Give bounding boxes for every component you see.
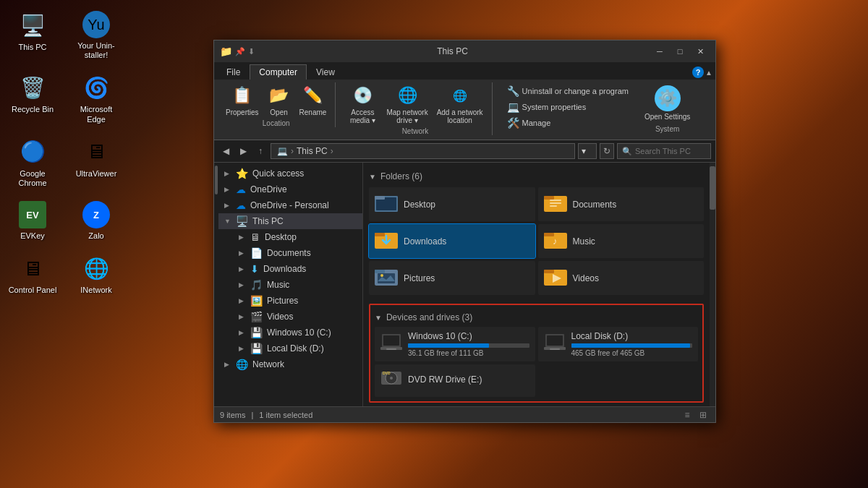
folder-downloads[interactable]: Downloads (369, 224, 535, 258)
downloads-arrow: ▶ (239, 265, 247, 273)
path-label: This PC (297, 146, 328, 156)
pictures-sidebar-label: Pictures (267, 296, 298, 306)
refresh-button[interactable]: ↻ (600, 143, 614, 159)
sidebar-item-desktop[interactable]: ▶ 🖥 Desktop (218, 229, 362, 245)
folder-desktop[interactable]: Desktop (369, 187, 535, 221)
windows-c-info: Windows 10 (C:) 36.1 GB free of 111 GB (408, 331, 529, 357)
sidebar-item-music[interactable]: ▶ 🎵 Music (218, 277, 362, 293)
svg-rect-24 (386, 348, 396, 350)
address-path[interactable]: 💻 › This PC › (271, 143, 575, 159)
details-view-button[interactable]: ≡ (681, 409, 694, 421)
sidebar-container: ▶ ⭐ Quick access ▶ ☁ OneDrive ▶ ☁ OneDri… (214, 163, 363, 406)
sidebar-item-documents[interactable]: ▶ 📄 Documents (218, 245, 362, 261)
tab-file[interactable]: File (217, 64, 250, 80)
svg-rect-10 (375, 233, 385, 236)
ribbon-content: 📋 Properties 📂 Open ✏️ Rename Location 💿 (214, 80, 715, 140)
windows-c-free: 36.1 GB free of 111 GB (408, 349, 529, 357)
vertical-scrollbar[interactable] (710, 163, 715, 406)
back-button[interactable]: ◀ (218, 144, 233, 158)
properties-button[interactable]: 📋 Properties (223, 82, 262, 118)
documents-arrow: ▶ (239, 249, 247, 257)
local-d-name: Local Disk (D:) (571, 331, 693, 341)
folder-music[interactable]: ♪ Music (538, 224, 705, 258)
tab-view[interactable]: View (307, 64, 344, 80)
videos-sidebar-label: Videos (267, 312, 293, 322)
scroll-thumb[interactable] (710, 166, 715, 210)
svg-text:DVD: DVD (383, 371, 391, 375)
folder-pictures[interactable]: Pictures (369, 261, 535, 295)
sidebar-item-videos[interactable]: ▶ 🎬 Videos (218, 309, 362, 325)
minimize-button[interactable]: ─ (650, 44, 669, 59)
desktop-icon-recycle-bin[interactable]: 🗑️ Recycle Bin (7, 73, 58, 124)
music-sidebar-icon: 🎵 (250, 279, 263, 291)
ribbon-network-items: 💿 Accessmedia ▾ 🌐 Map networkdrive ▾ 🌐 A… (344, 82, 485, 126)
tab-computer[interactable]: Computer (250, 64, 307, 80)
ribbon-collapse-button[interactable]: ▲ (705, 69, 712, 77)
desktop-icon-this-pc[interactable]: 🖥️ This PC (7, 11, 58, 60)
open-label: Open (270, 108, 287, 116)
ribbon-help-button[interactable]: ? (692, 67, 704, 78)
windows-c-sidebar-label: Windows 10 (C:) (267, 328, 331, 338)
sidebar-item-this-pc[interactable]: ▼ 🖥️ This PC (218, 213, 362, 229)
manage-button[interactable]: 🛠️ Manage (504, 116, 554, 130)
desktop-icon-network[interactable]: 🌐 INetwork (71, 254, 122, 295)
path-dropdown-button[interactable]: ▾ (578, 143, 597, 159)
maximize-button[interactable]: □ (671, 44, 689, 59)
system-properties-button[interactable]: 💻 System properties (504, 100, 590, 114)
device-local-d[interactable]: Local Disk (D:) 465 GB free of 465 GB (538, 327, 699, 361)
close-button[interactable]: ✕ (691, 44, 710, 59)
add-network-button[interactable]: 🌐 Add a networklocation (434, 82, 486, 126)
open-settings-button[interactable]: ⚙️ Open Settings (642, 84, 693, 122)
videos-sidebar-icon: 🎬 (250, 311, 263, 322)
desktop-icon-edge[interactable]: 🌀 Microsoft Edge (71, 73, 122, 124)
status-separator: | (251, 411, 253, 419)
ultraviewer-icon: 🖥 (82, 137, 111, 166)
local-d-bar-bg (571, 343, 693, 348)
ribbon-tabs: File Computer View ? ▲ (214, 62, 715, 80)
onedrive-personal-icon: ☁ (236, 200, 246, 211)
dvd-e-info: DVD RW Drive (E:) (408, 374, 529, 387)
sidebar-item-onedrive[interactable]: ▶ ☁ OneDrive (218, 181, 362, 197)
desktop-icon-control-panel[interactable]: 🖥 Control Panel (7, 254, 58, 295)
desktop-icons: 🖥️ This PC Yu Your Unin-staller! 🗑️ Recy… (7, 11, 122, 296)
forward-button[interactable]: ▶ (236, 144, 250, 158)
search-box[interactable]: 🔍 (617, 143, 711, 159)
sidebar-item-network[interactable]: ▶ 🌐 Network (218, 356, 362, 372)
sidebar-item-quick-access[interactable]: ▶ ⭐ Quick access (218, 166, 362, 181)
access-media-button[interactable]: 💿 Accessmedia ▾ (344, 82, 380, 126)
network-label: INetwork (80, 286, 111, 295)
svg-rect-7 (550, 202, 561, 204)
sidebar-item-windows-c[interactable]: ▶ 💾 Windows 10 (C:) (218, 325, 362, 341)
local-d-info: Local Disk (D:) 465 GB free of 465 GB (571, 331, 693, 357)
sidebar-item-local-d[interactable]: ▶ 💾 Local Disk (D:) (218, 341, 362, 356)
windows-c-arrow: ▶ (239, 329, 247, 336)
local-d-sidebar-icon: 💾 (250, 343, 263, 354)
desktop-icon-zalo[interactable]: Z Zalo (71, 201, 122, 241)
rename-button[interactable]: ✏️ Rename (297, 82, 330, 118)
open-button[interactable]: 📂 Open (265, 82, 294, 118)
desktop-icon-chrome[interactable]: 🔵 Google Chrome (7, 137, 58, 188)
desktop-icon-ultraviewer[interactable]: 🖥 UltraViewer (71, 137, 122, 188)
network-desktop-icon: 🌐 (82, 254, 111, 283)
sidebar-item-onedrive-personal[interactable]: ▶ ☁ OneDrive - Personal (218, 197, 362, 213)
device-dvd-e[interactable]: DVD DVD RW Drive (E:) (375, 364, 535, 397)
folder-videos[interactable]: Videos (538, 261, 705, 295)
uninstall-button[interactable]: 🔧 Uninstall or change a program (504, 84, 631, 98)
pin-icon: 📌 (235, 47, 245, 56)
sidebar-item-downloads[interactable]: ▶ ⬇ Downloads (218, 261, 362, 277)
map-network-button[interactable]: 🌐 Map networkdrive ▾ (383, 82, 430, 126)
desktop-icon-uninstaller[interactable]: Yu Your Unin-staller! (71, 11, 122, 60)
up-button[interactable]: ↑ (253, 144, 268, 158)
add-network-label: Add a networklocation (437, 108, 483, 124)
this-pc-label: This PC (18, 43, 46, 52)
desktop-icon-evkey[interactable]: EV EVKey (7, 201, 58, 241)
device-windows-c[interactable]: Windows 10 (C:) 36.1 GB free of 111 GB (375, 327, 535, 361)
search-input[interactable] (635, 147, 706, 155)
tiles-view-button[interactable]: ⊞ (697, 409, 710, 421)
documents-sidebar-label: Documents (267, 248, 311, 258)
documents-folder-name: Documents (573, 200, 617, 210)
sidebar-item-pictures[interactable]: ▶ 🖼️ Pictures (218, 293, 362, 309)
edge-label: Microsoft Edge (71, 105, 122, 124)
uninstall-label: Uninstall or change a program (522, 87, 629, 95)
folder-documents[interactable]: Documents (538, 187, 705, 221)
